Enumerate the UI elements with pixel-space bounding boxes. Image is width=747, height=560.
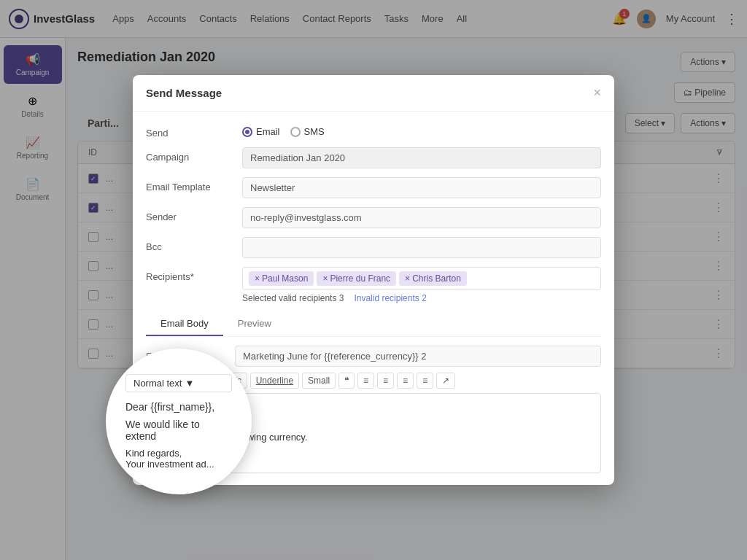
modal-header: Send Message × (133, 75, 614, 112)
recipient-tag-3: × Chris Barton (399, 271, 467, 286)
campaign-label: Campaign (146, 147, 233, 163)
ordered-list-button[interactable]: ≡ (377, 373, 394, 389)
recipients-info: Selected valid recipients 3 Invalid reci… (242, 293, 601, 303)
send-row: Send Email SMS (146, 123, 601, 139)
email-radio-dot (242, 127, 252, 137)
recipient-name-3: Chris Barton (412, 273, 461, 284)
zoom-circle: Normal text ▼ Dear {{first_name}}, We wo… (106, 349, 252, 494)
tab-preview[interactable]: Preview (223, 312, 286, 336)
email-template-input[interactable] (242, 177, 601, 198)
normal-text-chevron-icon: ▼ (185, 378, 194, 389)
email-template-label: Email Template (146, 177, 233, 192)
normal-text-label: Normal text (133, 378, 182, 389)
modal-overlay: Send Message × Send Email SMS (0, 0, 747, 560)
underline-button[interactable]: Underline (250, 373, 299, 389)
campaign-row: Campaign (146, 147, 601, 168)
recipient-name-2: Pierre du Franc (330, 273, 390, 284)
zoom-line-4: Your investment ad... (125, 459, 232, 470)
zoom-line-3: Kind regards, (125, 448, 232, 459)
sms-radio-option[interactable]: SMS (290, 126, 325, 137)
recipient-tag-1: × Paul Mason (249, 271, 314, 286)
tag-x-3[interactable]: × (405, 273, 410, 284)
align-button[interactable]: ≡ (397, 373, 414, 389)
invalid-recipients-link[interactable]: Invalid recipients 2 (354, 293, 426, 303)
bcc-input[interactable] (242, 237, 601, 258)
bcc-label: Bcc (146, 237, 233, 252)
sms-radio-label: SMS (304, 126, 325, 137)
list-button[interactable]: ≡ (357, 373, 374, 389)
bcc-row: Bcc (146, 237, 601, 258)
email-radio-label: Email (256, 126, 280, 137)
email-radio-option[interactable]: Email (242, 126, 280, 137)
recipient-tag-2: × Pierre du Franc (317, 271, 396, 286)
email-template-field-wrapper (242, 177, 601, 198)
email-subject-input[interactable] (235, 346, 601, 367)
tag-x-1[interactable]: × (255, 273, 260, 284)
recipient-name-1: Paul Mason (262, 273, 308, 284)
email-tabs: Email Body Preview (146, 312, 601, 337)
link-button[interactable]: ↗ (436, 373, 455, 389)
modal-close-button[interactable]: × (593, 85, 601, 101)
bcc-field-wrapper (242, 237, 601, 258)
send-label: Send (146, 123, 233, 139)
recipients-field-wrapper: × Paul Mason × Pierre du Franc × Chris B… (242, 267, 601, 303)
email-template-row: Email Template (146, 177, 601, 198)
sender-label: Sender (146, 207, 233, 222)
sender-field-wrapper (242, 207, 601, 228)
tab-email-body[interactable]: Email Body (146, 312, 223, 336)
indent-button[interactable]: ≡ (417, 373, 433, 389)
zoom-line-1: Dear {{first_name}}, (125, 401, 232, 413)
valid-recipients-count: Selected valid recipients 3 (242, 293, 344, 303)
recipients-tags-container[interactable]: × Paul Mason × Pierre du Franc × Chris B… (242, 267, 601, 290)
sms-radio-dot (290, 127, 301, 137)
small-button[interactable]: Small (302, 373, 336, 389)
recipients-row: Recipients* × Paul Mason × Pierre du Fra… (146, 267, 601, 303)
modal-title: Send Message (146, 87, 222, 99)
sender-row: Sender (146, 207, 601, 228)
campaign-input[interactable] (242, 147, 601, 168)
normal-text-dropdown[interactable]: Normal text ▼ (125, 374, 232, 392)
tag-x-2[interactable]: × (322, 273, 328, 284)
send-options: Email SMS (242, 123, 601, 137)
recipients-label: Recipients* (146, 267, 233, 282)
blockquote-button[interactable]: ❝ (338, 373, 355, 389)
sender-input[interactable] (242, 207, 601, 228)
campaign-field-wrapper (242, 147, 601, 168)
zoom-line-2: We would like to extend (125, 419, 232, 442)
